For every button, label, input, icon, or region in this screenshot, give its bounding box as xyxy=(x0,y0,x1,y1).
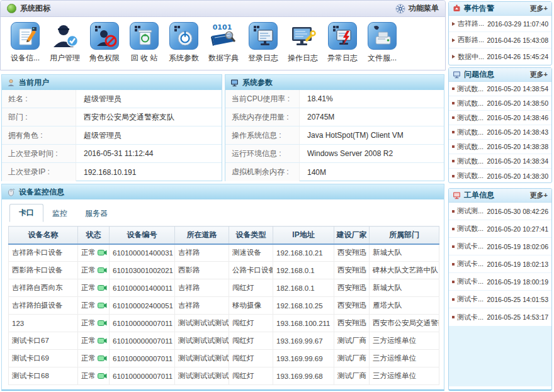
field-value: 2016-05-31 11:12:44 xyxy=(76,145,222,162)
toolbar-item-file-server[interactable]: 文件服... xyxy=(364,22,400,64)
table-row[interactable]: 吉祥路拍摄设备 正常 610100002400051 吉祥路 移动摄像 192.… xyxy=(9,297,439,315)
field-value: 140M xyxy=(300,163,444,181)
problem-info-panel: 问题信息 更多+ 测试数...2016-05-20 14:38:54 测试数..… xyxy=(448,67,552,183)
system-params-icon xyxy=(169,22,198,50)
list-item[interactable]: 测试卡...2016-05-19 18:00:19 xyxy=(449,273,551,291)
toolbar-item-role-permission[interactable]: 角色权限 xyxy=(86,22,123,64)
table-row[interactable]: 西影路卡口设备 正常 610103001002021 西影路 公路卡口设备 19… xyxy=(9,262,439,279)
problem-info-header: 问题信息 更多+ xyxy=(449,68,551,82)
panel-title: 问题信息 xyxy=(464,69,494,80)
bullet-icon xyxy=(452,38,455,42)
panel-title: 工单信息 xyxy=(464,190,494,201)
field-value: Java HotSpot(TM) Client VM xyxy=(300,126,444,144)
field-label: 当前CPU使用率 : xyxy=(225,90,300,108)
list-item[interactable]: 测试数...2016-05-20 14:38:43 xyxy=(449,125,551,140)
device-code: 610103001002021 xyxy=(110,262,175,279)
toolbar-item-system-params[interactable]: 系统参数 xyxy=(166,22,202,64)
field-value: 192.168.10.191 xyxy=(76,163,222,181)
toolbar-item-label: 操作日志 xyxy=(288,53,318,64)
status-badge: 正常 xyxy=(81,284,96,291)
list-item[interactable]: 测试数...2016-05-20 14:38:30 xyxy=(449,169,551,183)
current-user-header: 当前用户 xyxy=(2,75,222,90)
list-item[interactable]: 西影路...2016-04-26 15:43:08 xyxy=(449,32,551,48)
table-row[interactable]: 吉祥路卡口设备 正常 610100001400031 吉祥路 测速设备 192.… xyxy=(9,244,439,262)
status-badge: 正常 xyxy=(81,354,96,362)
bullet-icon xyxy=(452,145,455,148)
device-code: 610100001400031 xyxy=(110,244,175,262)
device-code: 610100000007011 xyxy=(110,332,175,350)
list-item[interactable]: 测试数...2016-05-20 14:38:46 xyxy=(449,111,551,125)
bullet-icon xyxy=(452,22,455,26)
list-item[interactable]: 数据中...2016-04-26 15:45:24 xyxy=(449,48,551,65)
list-item[interactable]: 测试卡...2016-05-25 14:53:17 xyxy=(449,308,551,326)
camera-icon xyxy=(98,302,107,309)
list-item[interactable]: 测试测...2016-05-30 08:42:26 xyxy=(449,203,551,220)
event-alert-header: 事件告警 更多+ xyxy=(449,2,551,16)
toolbar-item-recycle-bin[interactable]: 回 收 站 xyxy=(126,22,162,64)
list-item[interactable]: 测试数...2016-05-20 14:38:38 xyxy=(449,140,551,154)
panel-body-filler xyxy=(449,326,551,386)
table-row[interactable]: 测试卡口67 正常 610100000007011 测试测试试测试1录 闯红灯 … xyxy=(9,332,439,350)
function-menu-button[interactable]: 功能菜单 xyxy=(395,3,439,14)
more-link[interactable]: 更多+ xyxy=(530,191,548,200)
toolbar-item-data-dictionary[interactable]: 0101 数据字典 xyxy=(205,22,242,64)
tab-server[interactable]: 服务器 xyxy=(76,205,116,222)
more-link[interactable]: 更多+ xyxy=(530,70,548,79)
col-header: 设备编号 xyxy=(110,227,175,244)
list-item[interactable]: 测试数...2016-05-20 14:38:34 xyxy=(449,154,551,169)
bullet-icon xyxy=(452,116,455,119)
list-item[interactable]: 测试数...2016-05-20 10:27:41 xyxy=(449,220,551,238)
data-dictionary-icon: 0101 xyxy=(209,22,238,50)
tab-surveillance[interactable]: 监控 xyxy=(43,205,76,222)
col-header: 设备名称 xyxy=(9,227,78,244)
bullet-icon xyxy=(452,281,455,283)
toolbar-item-device-info[interactable]: 设备信... xyxy=(7,22,43,64)
table-row[interactable]: 测试卡口69 正常 610100000007011 测试测试试测试1录 闯红灯 … xyxy=(9,350,439,367)
toolbar-item-login-log[interactable]: 登录日志 xyxy=(245,22,281,64)
list-item[interactable]: 测试数...2016-05-20 14:38:50 xyxy=(449,96,551,111)
col-header: 状态 xyxy=(78,227,110,244)
device-info-icon xyxy=(11,22,40,50)
toolbar-item-label: 文件服... xyxy=(368,53,397,64)
list-item[interactable]: 测试卡...2016-05-19 18:02:13 xyxy=(449,255,551,273)
list-item[interactable]: 测试卡...2016-05-19 18:02:06 xyxy=(449,238,551,255)
more-link[interactable]: 更多+ xyxy=(530,4,548,13)
device-code: 610100001400011 xyxy=(110,279,175,297)
table-row[interactable]: 123 正常 610100000007011 测试测试试测试1录 闯红灯 193… xyxy=(9,315,439,332)
col-header: 设备类型 xyxy=(229,227,273,244)
bullet-icon xyxy=(452,298,455,301)
tab-bayonet[interactable]: 卡口 xyxy=(9,204,43,222)
bullet-icon xyxy=(452,102,455,104)
role-permission-icon xyxy=(90,22,119,50)
list-item[interactable]: 测试卡...2016-05-25 14:01:53 xyxy=(449,291,551,308)
dashboard-screen: 系统图标 功能菜单 设备信... 用户管理 xyxy=(0,0,554,392)
field-value: 西安市公安局交通警察支队 xyxy=(76,108,222,126)
table-row[interactable]: 测试卡口68 正常 610100000007011 测试测试试测试1录 闯红灯 … xyxy=(9,367,439,385)
field-value: 18.41% xyxy=(300,90,444,108)
recycle-bin-icon xyxy=(130,22,159,50)
bullet-icon xyxy=(452,175,455,177)
list-item[interactable]: 测试数...2016-05-20 14:38:54 xyxy=(449,82,551,96)
device-table: 设备名称 状态 设备编号 所在道路 设备类型 IP地址 建设厂家 所属部门 吉祥… xyxy=(8,226,439,385)
camera-icon xyxy=(98,372,107,379)
function-menu-label: 功能菜单 xyxy=(409,3,439,14)
list-item[interactable]: 吉祥路...2016-03-29 11:07:40 xyxy=(449,16,551,32)
col-header: 所属部门 xyxy=(370,227,439,244)
status-badge: 正常 xyxy=(81,337,96,344)
toolbar-item-label: 回 收 站 xyxy=(131,53,158,64)
panel-title: 当前用户 xyxy=(19,77,49,88)
user-management-icon xyxy=(50,22,79,50)
toolbar-item-error-log[interactable]: 异常日志 xyxy=(324,22,361,64)
field-label: 运行环境信息 : xyxy=(225,145,300,162)
toolbar-item-user-management[interactable]: 用户管理 xyxy=(47,22,83,64)
field-label: 姓名 : xyxy=(2,90,76,108)
col-header: 所在道路 xyxy=(175,227,229,244)
bullet-icon xyxy=(452,131,455,133)
toolbar-item-label: 登录日志 xyxy=(248,53,278,64)
toolbar-item-operation-log[interactable]: 操作日志 xyxy=(285,22,321,64)
field-value: 超级管理员 xyxy=(76,126,222,144)
table-row[interactable]: 吉祥路自西向东 正常 610100001400011 吉祥路 闯红灯 182.1… xyxy=(9,279,439,297)
toolbar-item-label: 数据字典 xyxy=(208,53,239,64)
bullet-icon xyxy=(452,263,455,266)
bullet-icon xyxy=(452,245,455,248)
